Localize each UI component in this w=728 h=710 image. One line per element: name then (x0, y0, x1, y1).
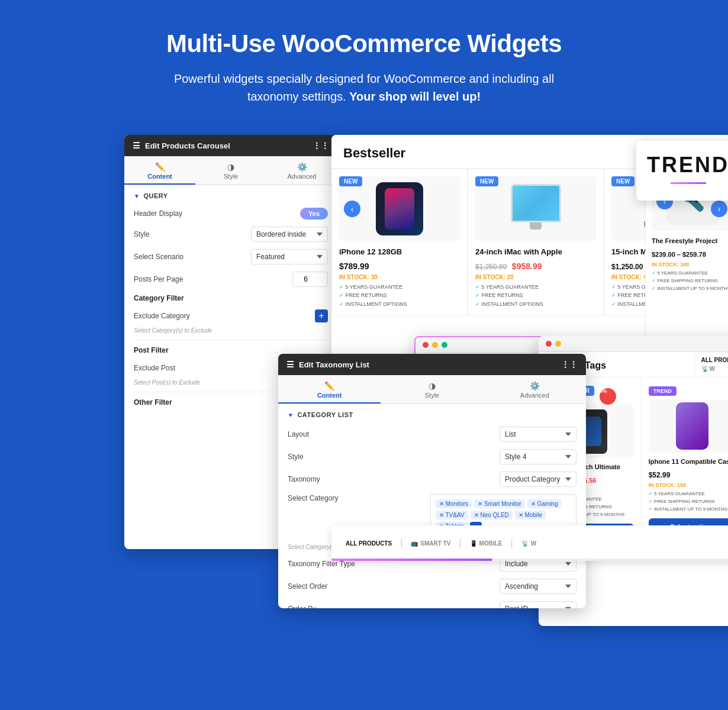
tag-neo-qled: ✕ Neo QLED (471, 511, 513, 519)
section-arrow-icon: ▼ (134, 193, 140, 199)
hamburger-icon-2: ☰ (286, 360, 294, 369)
tab-content[interactable]: ✏️ Content (124, 156, 195, 185)
pop-tags-window-bar (539, 336, 728, 352)
select-category-label: Select Category (288, 494, 426, 502)
product-name-1: iPhone 12 128GB (339, 247, 460, 257)
order-by-select[interactable]: Post ID (500, 601, 576, 608)
header-display-label: Header Display (134, 209, 300, 218)
iphone-img (376, 182, 423, 235)
minimize-dot-2 (555, 341, 561, 347)
phone-case-img (676, 402, 708, 450)
product-card-imac: NEW 23% 24-inch iMac with Apple $1,250.8… (468, 169, 604, 316)
stock-1: IN STOCK: 30 (339, 274, 460, 280)
taxonomy-panel-header: ☰ Edit Taxonomy List ⋮⋮ (278, 354, 586, 375)
badge-new-2: NEW (475, 176, 498, 186)
prev-btn-1[interactable]: ‹ (344, 201, 360, 217)
taxonomy-select[interactable]: Product Category (500, 472, 576, 487)
phone-case-stock: IN STOCK: 150 (649, 482, 728, 488)
taxonomy-label: Taxonomy (288, 475, 500, 483)
next-btn-3[interactable]: › (711, 201, 727, 217)
tag-gaming: ✕ Gaming (527, 499, 562, 508)
wifi-icon: 📡 (701, 366, 708, 372)
product-price-1: $789.99 (339, 261, 460, 272)
carousel-panel-header: ☰ Edit Products Carousel ⋮⋮ (124, 135, 337, 156)
tag-smart-monitor: ✕ Smart Monitor (474, 499, 525, 508)
grid-icon: ⋮⋮ (313, 141, 329, 150)
select-order-select[interactable]: Ascending (500, 579, 576, 594)
best-rated-features: 5 YEARS GUARANTEE FREE SHIPPING RETURNS … (652, 270, 728, 292)
query-section-header: ▼ QUERY (134, 192, 328, 199)
trend-text: TRENd (647, 153, 728, 178)
pencil-icon: ✏️ (127, 162, 193, 172)
close-dot (423, 342, 429, 348)
exclude-category-row: Exclude Category + (134, 309, 328, 322)
half-circle-icon-2: ◑ (383, 381, 481, 390)
layout-label: Layout (288, 430, 500, 438)
order-by-label: Order By (288, 605, 500, 608)
category-filter-label: Category Filter (134, 294, 328, 302)
product-name-2: 24-inch iMac with Apple (475, 247, 596, 257)
taxonomy-panel-body: ▼ CATEGORY LIST Layout List Style Style … (278, 404, 586, 608)
badge-new-3: NEW (611, 176, 634, 186)
progress-bar (331, 559, 728, 561)
filter-type-label: Taxonomy Filter Type (288, 560, 500, 568)
tab-wifi[interactable]: 📡 W (701, 366, 715, 372)
tab-advanced[interactable]: ⚙️ Advanced (266, 156, 337, 185)
hamburger-icon: ☰ (133, 141, 140, 150)
tax-tab-advanced[interactable]: ⚙️ Advanced (484, 375, 586, 404)
badge-trend-case: TREND (649, 386, 677, 396)
best-rated-price: $239.00 – $259.78 (652, 248, 728, 259)
scenario-select[interactable]: Featured (251, 249, 328, 264)
half-circle-icon: ◑ (198, 162, 264, 172)
order-by-row: Order By Post ID (288, 601, 576, 608)
gear-icon-2: ⚙️ (486, 381, 584, 390)
layout-row: Layout List (288, 427, 576, 442)
stock-2: IN STOCK: 20 (475, 274, 596, 280)
style-select[interactable]: Bordered inside (251, 227, 328, 242)
bg-shape-1 (0, 119, 79, 123)
features-2: 5 YEARS GUARANTEE FREE RETURNS INSTALLME… (475, 283, 596, 308)
bottom-tab-smart-tv[interactable]: 📺 SMART TV (406, 538, 455, 549)
exclude-category-add-btn[interactable]: + (315, 309, 328, 322)
trend-badge: TRENd (636, 141, 728, 201)
hero-section: Multi-Use WooCommerce Widgets Powerful w… (0, 0, 728, 123)
category-filter-row: Category Filter (134, 294, 328, 302)
bg-decoration (0, 0, 130, 123)
phone-case-image (649, 399, 728, 453)
tax-tab-style[interactable]: ◑ Style (381, 375, 483, 404)
bottom-bar-tabs: ALL PRODUCTS | 📺 SMART TV | 📱 MOBILE | 📡… (341, 538, 724, 549)
minimize-dot (432, 342, 438, 348)
tax-style-label: Style (288, 453, 500, 461)
tab-style[interactable]: ◑ Style (195, 156, 266, 185)
header-display-row: Header Display Yes (134, 208, 328, 220)
best-rated-stock: IN STOCK: 100 (652, 262, 728, 267)
progress-fill (331, 559, 492, 561)
product-price-2: $1,250.89 $958.99 (475, 261, 596, 272)
layout-select[interactable]: List (500, 427, 576, 442)
imac-img (508, 184, 564, 234)
tax-tab-content[interactable]: ✏️ Content (278, 375, 381, 404)
tab-all-products[interactable]: ALL PRODUCTS (701, 357, 729, 363)
mobile-icon-bottom: 📱 (470, 540, 477, 547)
posts-per-page-label: Posts Per Page (134, 275, 292, 283)
bottom-tab-w[interactable]: 📡 W (517, 538, 541, 549)
posts-per-page-input[interactable] (292, 272, 328, 287)
wifi-icon-bottom: 📡 (521, 540, 529, 547)
phone-case-price: $52.99 (649, 469, 728, 480)
products-tab-bar: ALL PRODUCTS | 📺 SMART TV | 📱 MOBILE | 📡… (695, 352, 729, 377)
bottom-tab-all[interactable]: ALL PRODUCTS (341, 538, 397, 549)
post-filter-row: Post Filter (134, 346, 328, 354)
style-label: Style (134, 230, 251, 238)
tag-tvav: ✕ TV&AV (436, 511, 468, 519)
bottom-tab-mobile[interactable]: 📱 MOBILE (465, 538, 507, 549)
taxonomy-row: Taxonomy Product Category (288, 472, 576, 487)
screenshots-area: ☰ Edit Products Carousel ⋮⋮ ✏️ Content ◑… (124, 135, 728, 585)
close-dot-2 (546, 341, 552, 347)
phone-case-features: 5 YEARS GUARANTEE FREE SHIPPING RETURNS … (649, 490, 728, 513)
best-rated-name: The Freestyle Project (652, 237, 728, 245)
expand-dot (442, 342, 447, 348)
features-1: 5 YEARS GUARANTEE FREE RETURNS INSTALLME… (339, 283, 460, 308)
tax-style-select[interactable]: Style 4 (500, 449, 576, 464)
header-display-toggle[interactable]: Yes (300, 208, 328, 220)
badge-new-1: NEW (339, 176, 362, 186)
